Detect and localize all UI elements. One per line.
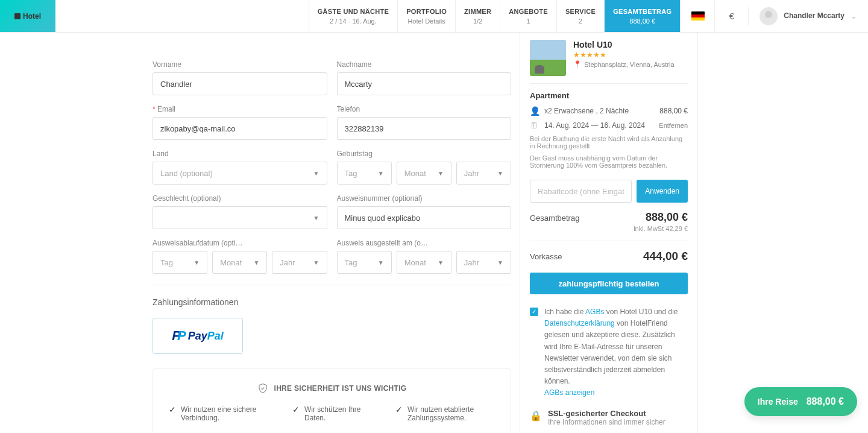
total-amount: 888,00 € [646,211,688,224]
checkout-form: Vorname Nachname Email Telefon Land Land… [153,33,511,433]
nav-service[interactable]: SERVICE2 [556,0,604,32]
apply-promo-button[interactable]: Anwenden [637,180,688,203]
label-nachname: Nachname [337,60,512,69]
ssl-title: SSL-gesicherter Checkout [548,409,665,418]
prepay-label: Vorkasse [530,252,562,261]
order-button[interactable]: zahlungspflichtig bestellen [530,273,688,294]
user-menu[interactable]: Chandler Mccarty ⌄ [748,7,868,25]
terms-text: Ich habe die AGBs von Hotel U10 und die … [544,306,688,399]
paypal-icon: PP PayPal [172,328,223,344]
chevron-down-icon: ▼ [313,170,319,177]
prepay-amount: 444,00 € [643,250,688,263]
star-rating: ★★★★★ [573,51,675,59]
remove-room[interactable]: Entfernen [659,122,688,129]
avatar [760,7,778,25]
agb-link[interactable]: AGBs [585,308,604,316]
hotel-name: Hotel U10 [573,40,675,49]
room-price: 888,00 € [659,107,688,115]
nav-angebote[interactable]: ANGEBOTE1 [500,0,556,32]
cancel-note: Der Gast muss unabhängig vom Datum der S… [530,154,688,169]
expiry-year-select[interactable]: Jahr▼ [272,251,327,274]
floating-trip-button[interactable]: Ihre Reise 888,00 € [744,387,857,416]
land-select[interactable]: Land (optional)▼ [153,162,327,185]
vorname-input[interactable] [153,72,327,95]
issued-year-select[interactable]: Jahr▼ [456,251,511,274]
check-icon: ✓ [292,405,300,414]
label-ausgestellt: Ausweis ausgestellt am (o… [337,239,512,247]
show-agb-link[interactable]: AGBs anzeigen [544,388,594,397]
security-heading: IHRE SICHERHEIT IST UNS WICHTIG [274,384,407,393]
total-label: Gesamtbetrag [530,213,579,223]
nav-guests[interactable]: GÄSTE UND NÄCHTE2 / 14 - 16. Aug. [309,0,397,32]
expiry-day-select[interactable]: Tag▼ [153,251,207,274]
nav-portfolio[interactable]: PORTFOLIOHotel Details [397,0,455,32]
birth-month-select[interactable]: Monat▼ [397,162,451,185]
payment-title: Zahlungsinformationen [153,297,511,307]
calendar-icon: 🗓 [530,121,539,130]
label-vorname: Vorname [153,60,327,69]
check-icon: ✓ [395,405,403,414]
ausweis-input[interactable] [337,206,512,229]
label-geburtstag: Geburtstag [337,150,512,158]
guests-icon: 👤 [530,106,539,116]
progress-nav: GÄSTE UND NÄCHTE2 / 14 - 16. Aug. PORTFO… [309,0,681,32]
issued-month-select[interactable]: Monat▼ [397,251,451,274]
header-right: € Chandler Mccarty ⌄ [680,0,868,32]
label-email: Email [153,105,327,113]
label-telefon: Telefon [337,105,512,113]
logo[interactable]: Hotel [0,0,55,32]
hotel-location: 📍Stephansplatz, Vienna, Austria [573,60,675,68]
promo-input[interactable] [530,180,632,203]
telefon-input[interactable] [337,117,512,140]
nav-total[interactable]: GESAMTBETRAG888,00 € [604,0,680,32]
expiry-month-select[interactable]: Monat▼ [212,251,267,274]
flag-de-icon [691,11,705,21]
issued-day-select[interactable]: Tag▼ [337,251,392,274]
pin-icon: 📍 [573,60,582,68]
label-land: Land [153,150,327,158]
booking-summary: Hotel U10 ★★★★★ 📍Stephansplatz, Vienna, … [520,33,698,433]
language-switch[interactable] [681,0,714,32]
label-ausweis: Ausweisnummer (optional) [337,194,512,203]
label-geschlecht: Geschlecht (optional) [153,194,327,203]
user-name: Chandler Mccarty [784,11,844,20]
check-icon: ✓ [169,405,176,414]
terms-checkbox[interactable]: ✓ [530,308,538,316]
label-ablauf: Ausweisablaufdatum (opti… [153,239,327,247]
paypal-option[interactable]: PP PayPal [153,318,243,354]
chevron-down-icon: ⌄ [851,11,857,21]
birth-year-select[interactable]: Jahr▼ [456,162,511,185]
email-input[interactable] [153,117,327,140]
currency-switch[interactable]: € [714,0,748,32]
privacy-link[interactable]: Datenschutzerklärung [544,319,615,327]
room-type: Apartment [530,91,688,100]
hotel-thumbnail [530,40,566,76]
birth-day-select[interactable]: Tag▼ [337,162,392,185]
deposit-note: Bei der Buchung die erste Nacht wird als… [530,135,688,150]
security-box: IHRE SICHERHEIT IST UNS WICHTIG ✓Wir nut… [153,368,511,433]
shield-icon [257,382,268,394]
geschlecht-select[interactable]: ▼ [153,206,327,229]
nav-zimmer[interactable]: ZIMMER1/2 [455,0,500,32]
vat-text: inkl. MwSt 42,29 € [530,225,688,232]
nachname-input[interactable] [337,72,512,95]
ssl-subtitle: Ihre Informationen sind immer sicher [548,418,665,426]
lock-icon: 🔒 [530,410,542,422]
top-header: Hotel GÄSTE UND NÄCHTE2 / 14 - 16. Aug. … [0,0,868,33]
